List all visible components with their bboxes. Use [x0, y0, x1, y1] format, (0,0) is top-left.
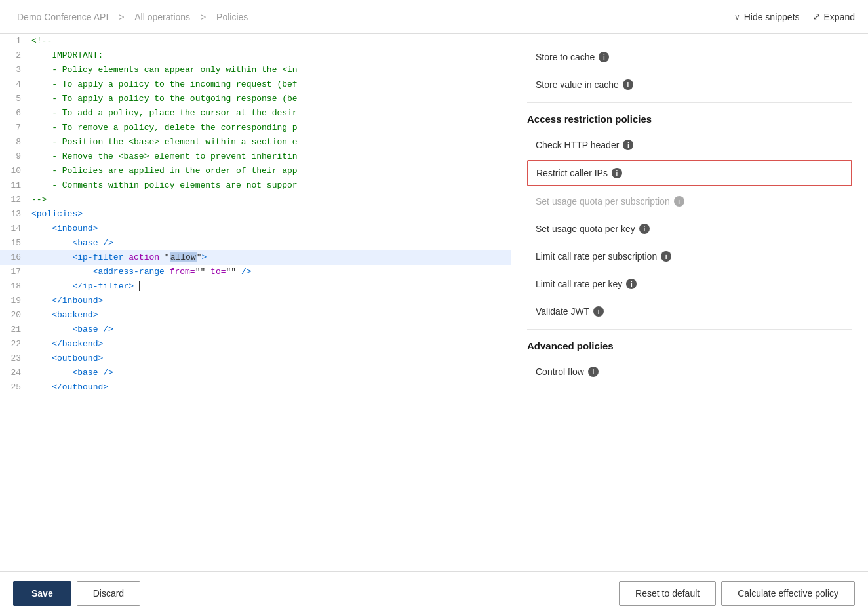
- line-number-7: 7: [0, 121, 31, 134]
- code-text-15: <base />: [31, 237, 120, 250]
- code-line-17: 17 <address-range from="" to="" />: [0, 265, 511, 279]
- line-number-3: 3: [0, 64, 31, 77]
- line-number-16: 16: [0, 251, 31, 264]
- info-icon-check-http-header[interactable]: i: [623, 140, 633, 150]
- bottom-right-actions: Reset to default Calculate effective pol…: [619, 581, 855, 606]
- section-divider-2: [527, 329, 852, 330]
- line-number-1: 1: [0, 35, 31, 48]
- code-text-6: - To add a policy, place the cursor at t…: [31, 107, 304, 120]
- line-number-2: 2: [0, 49, 31, 62]
- code-text-19: </inbound>: [31, 294, 109, 308]
- policy-label-check-http-header: Check HTTP header: [536, 140, 619, 150]
- access-restriction-section-title: Access restriction policies: [527, 113, 852, 125]
- code-text-9: - Remove the <base> element to prevent i…: [31, 150, 304, 163]
- expand-icon: ⤢: [813, 12, 820, 22]
- code-line-13: 13 <policies>: [0, 207, 511, 222]
- policy-item-set-usage-quota-per-key[interactable]: Set usage quota per key i: [527, 216, 852, 241]
- code-text-3: - Policy elements can appear only within…: [31, 64, 304, 77]
- line-number-22: 22: [0, 338, 31, 351]
- policy-label-set-usage-quota-per-key: Set usage quota per key: [536, 224, 635, 234]
- save-button[interactable]: Save: [13, 581, 71, 606]
- info-icon-validate-jwt[interactable]: i: [593, 306, 604, 317]
- code-line-11: 11 - Comments within policy elements are…: [0, 178, 511, 193]
- line-number-17: 17: [0, 266, 31, 279]
- code-text-16: <ip-filter action="allow">: [31, 251, 213, 264]
- policy-item-restrict-caller-ips[interactable]: Restrict caller IPs i: [527, 160, 852, 186]
- code-line-24: 24 <base />: [0, 366, 511, 380]
- info-icon-set-usage-quota-per-key[interactable]: i: [639, 224, 650, 234]
- policy-item-check-http-header[interactable]: Check HTTP header i: [527, 132, 852, 157]
- code-text-5: - To apply a policy to the outgoing resp…: [31, 92, 304, 106]
- code-line-14: 14 <inbound>: [0, 222, 511, 236]
- code-line-21: 21 <base />: [0, 323, 511, 337]
- section-divider-1: [527, 102, 852, 103]
- policy-label-limit-call-rate-per-key: Limit call rate per key: [536, 279, 622, 289]
- code-line-18: 18 </ip-filter>: [0, 279, 511, 294]
- code-text-21: <base />: [31, 323, 120, 336]
- policy-label-validate-jwt: Validate JWT: [536, 306, 589, 317]
- line-number-23: 23: [0, 352, 31, 365]
- line-number-25: 25: [0, 381, 31, 394]
- code-line-6: 6 - To add a policy, place the cursor at…: [0, 106, 511, 121]
- code-text-17: <address-range from="" to="" />: [31, 266, 258, 279]
- breadcrumb-sep2: >: [201, 12, 208, 22]
- code-text-13: <policies>: [31, 208, 89, 221]
- code-line-23: 23 <outbound>: [0, 351, 511, 366]
- code-line-5: 5 - To apply a policy to the outgoing re…: [0, 92, 511, 106]
- line-number-8: 8: [0, 136, 31, 149]
- info-icon-store-to-cache[interactable]: i: [599, 52, 609, 62]
- policy-label-store-to-cache: Store to cache: [536, 52, 595, 62]
- line-number-18: 18: [0, 280, 31, 293]
- info-icon-limit-call-rate-per-subscription[interactable]: i: [661, 251, 671, 262]
- policy-item-store-to-cache[interactable]: Store to cache i: [527, 45, 852, 69]
- breadcrumb-part2[interactable]: All operations: [134, 12, 190, 22]
- info-icon-control-flow[interactable]: i: [588, 367, 599, 377]
- policy-item-set-usage-quota-per-subscription: Set usage quota per subscription i: [527, 189, 852, 214]
- code-text-2: IMPORTANT:: [31, 49, 109, 62]
- code-line-4: 4 - To apply a policy to the incoming re…: [0, 77, 511, 92]
- info-icon-limit-call-rate-per-key[interactable]: i: [626, 279, 637, 289]
- code-text-14: <inbound>: [31, 222, 104, 235]
- hide-snippets-button[interactable]: ∨ Hide snippets: [734, 12, 800, 22]
- info-icon-set-usage-quota-per-subscription: i: [674, 196, 684, 207]
- discard-button[interactable]: Discard: [77, 581, 140, 606]
- code-line-3: 3 - Policy elements can appear only with…: [0, 63, 511, 77]
- line-number-13: 13: [0, 208, 31, 221]
- breadcrumb-part1[interactable]: Demo Conference API: [17, 12, 108, 22]
- policy-item-limit-call-rate-per-subscription[interactable]: Limit call rate per subscription i: [527, 244, 852, 269]
- policy-label-control-flow: Control flow: [536, 367, 584, 377]
- code-line-7: 7 - To remove a policy, delete the corre…: [0, 121, 511, 135]
- top-bar-actions: ∨ Hide snippets ⤢ Expand: [734, 12, 855, 22]
- policy-item-store-value-in-cache[interactable]: Store value in cache i: [527, 72, 852, 97]
- info-icon-store-value-in-cache[interactable]: i: [623, 79, 633, 90]
- line-number-24: 24: [0, 367, 31, 380]
- code-text-1: <!--: [31, 35, 58, 48]
- code-text-18: </ip-filter>: [31, 280, 147, 293]
- line-number-15: 15: [0, 237, 31, 250]
- line-number-10: 10: [0, 165, 31, 178]
- bottom-left-actions: Save Discard: [13, 581, 140, 606]
- top-bar: Demo Conference API > All operations > P…: [0, 0, 868, 34]
- info-icon-restrict-caller-ips[interactable]: i: [612, 168, 622, 178]
- code-line-9: 9 - Remove the <base> element to prevent…: [0, 149, 511, 164]
- hide-snippets-label: Hide snippets: [744, 12, 800, 22]
- line-number-5: 5: [0, 92, 31, 106]
- policy-item-validate-jwt[interactable]: Validate JWT i: [527, 299, 852, 324]
- line-number-20: 20: [0, 309, 31, 322]
- code-text-20: <backend>: [31, 309, 104, 322]
- reset-to-default-button[interactable]: Reset to default: [619, 581, 716, 606]
- policy-label-limit-call-rate-per-subscription: Limit call rate per subscription: [536, 251, 657, 262]
- code-text-4: - To apply a policy to the incoming requ…: [31, 78, 304, 91]
- line-number-11: 11: [0, 179, 31, 192]
- policy-label-store-value-in-cache: Store value in cache: [536, 79, 619, 90]
- code-editor[interactable]: 1 <!-- 2 IMPORTANT: 3 - Policy elements …: [0, 34, 511, 571]
- code-line-20: 20 <backend>: [0, 308, 511, 323]
- chevron-down-icon: ∨: [734, 12, 740, 22]
- line-number-19: 19: [0, 294, 31, 308]
- calculate-effective-policy-button[interactable]: Calculate effective policy: [721, 581, 855, 606]
- code-line-19: 19 </inbound>: [0, 294, 511, 308]
- code-text-10: - Policies are applied in the order of t…: [31, 165, 304, 178]
- expand-button[interactable]: ⤢ Expand: [813, 12, 855, 22]
- policy-item-control-flow[interactable]: Control flow i: [527, 359, 852, 384]
- policy-item-limit-call-rate-per-key[interactable]: Limit call rate per key i: [527, 271, 852, 296]
